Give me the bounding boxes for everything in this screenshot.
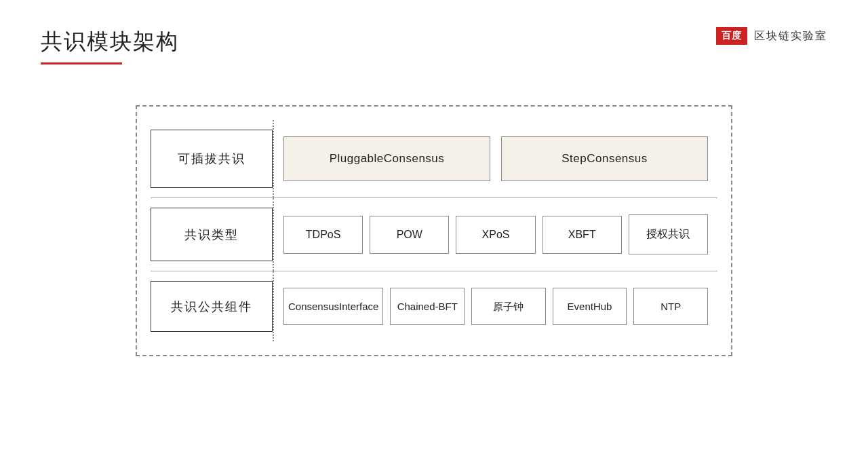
box-1-4: 授权共识 [629,214,708,254]
box-2-3: EventHub [553,288,627,325]
box-2-2: 原子钟 [471,288,546,325]
box-2-1: Chained-BFT [390,288,465,325]
diagram-row-0: 可插拔共识PluggableConsensusStepConsensus [151,120,717,197]
diagram-row-1: 共识类型TDPoSPOWXPoSXBFT授权共识 [151,197,717,271]
page-title: 共识模块架构 [41,27,179,57]
box-2-4: NTP [633,288,708,325]
logo-area: 百度 区块链实验室 [716,27,827,45]
row-items-1: TDPoSPOWXPoSXBFT授权共识 [283,209,708,260]
box-1-0: TDPoS [283,216,363,254]
logo-badge: 百度 [716,27,747,45]
row-items-2: ConsensusInterfaceChained-BFT原子钟EventHub… [283,282,708,330]
row-label-0: 可插拔共识 [151,130,273,188]
box-1-3: XBFT [542,216,622,254]
title-block: 共识模块架构 [41,27,179,64]
title-underline [41,62,122,64]
row-label-2: 共识公共组件 [151,281,273,332]
row-label-1: 共识类型 [151,208,273,261]
diagram-container: 可插拔共识PluggableConsensusStepConsensus共识类型… [122,92,746,370]
row-content-1: TDPoSPOWXPoSXBFT授权共识 [273,198,717,271]
outer-box: 可插拔共识PluggableConsensusStepConsensus共识类型… [136,105,732,356]
row-content-0: PluggableConsensusStepConsensus [273,120,717,197]
row-items-0: PluggableConsensusStepConsensus [283,131,708,187]
row-content-2: ConsensusInterfaceChained-BFT原子钟EventHub… [273,271,717,341]
box-0-0: PluggableConsensus [283,136,490,181]
box-2-0: ConsensusInterface [283,288,383,325]
diagram-row-2: 共识公共组件ConsensusInterfaceChained-BFT原子钟Ev… [151,271,717,341]
box-0-1: StepConsensus [501,136,708,181]
logo-text: 区块链实验室 [754,29,827,43]
page-header: 共识模块架构 百度 区块链实验室 [0,0,868,64]
box-1-2: XPoS [456,216,535,254]
box-1-1: POW [370,216,449,254]
